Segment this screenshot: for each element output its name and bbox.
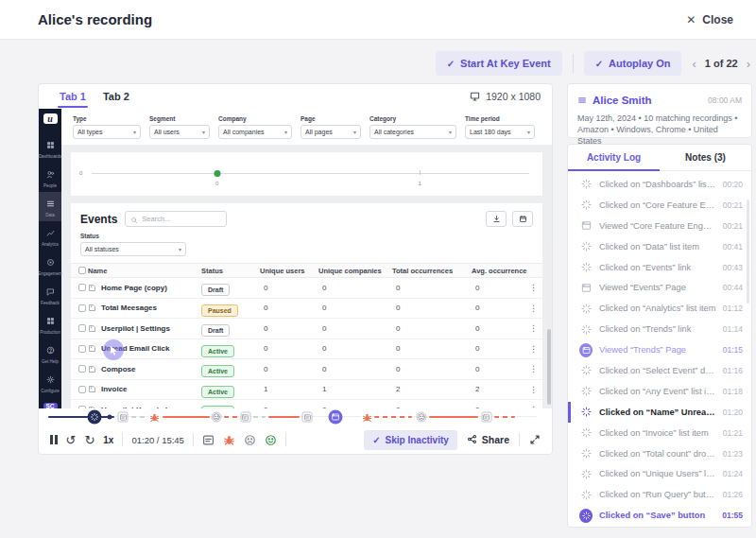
events-search[interactable] [125, 211, 227, 227]
filter-select[interactable]: All pages▾ [301, 125, 361, 139]
sidebar-item-feedback[interactable]: Feedback [39, 280, 61, 309]
table-row[interactable]: ComposeActive0000⋮ [71, 359, 542, 380]
activity-log-item[interactable]: Clicked on “Unique Users” list item01:24 [568, 463, 751, 484]
session-user-name[interactable]: Alice Smith [593, 95, 652, 106]
calendar-button[interactable] [512, 211, 533, 227]
add-note-button[interactable] [202, 434, 215, 446]
activity-log-item[interactable]: Clicked on “Trends” link01:14 [568, 319, 751, 339]
sad-reaction-button[interactable] [244, 434, 256, 446]
activity-log-item[interactable]: Viewed “Events” Page00:44 [568, 277, 751, 298]
share-button[interactable]: Share [467, 434, 509, 446]
autoplay-toggle-button[interactable]: ✓ Autoplay On [584, 51, 682, 76]
app-scrollbar[interactable] [547, 241, 551, 405]
sidebar-item-data[interactable]: Data [39, 192, 61, 221]
tab-notes[interactable]: Notes (3) [660, 145, 751, 170]
activity-log-item[interactable]: Viewed “Trends” Page01:15 [568, 339, 751, 360]
filter-select[interactable]: All users▾ [149, 125, 210, 139]
row-checkbox[interactable] [78, 284, 86, 291]
tab-activity-log[interactable]: Activity Log [568, 145, 660, 170]
timeline-bug-marker[interactable] [148, 411, 160, 423]
row-menu-button[interactable]: ⋮ [529, 323, 542, 333]
table-row[interactable]: Total MeesagesPaused0000⋮ [71, 299, 542, 320]
status-filter-select[interactable]: All statuses ▾ [80, 242, 186, 256]
activity-log-item[interactable]: Clicked on “Name” Unread Email C…01:20 [568, 402, 751, 423]
forward-10-button[interactable]: ↻ [84, 434, 94, 446]
timeline-dot-marker[interactable] [108, 415, 112, 420]
sidebar-item-analytics[interactable]: Analytics [39, 221, 61, 251]
activity-log-item[interactable]: Clicked on “Total count” dropdown01:23 [568, 443, 751, 464]
event-metric: 0 [318, 284, 392, 292]
activity-log-item[interactable]: Clicked on “Core Feature Engagem…00:21 [568, 195, 751, 216]
sidebar-item-people[interactable]: People [39, 163, 61, 192]
activity-log-item[interactable]: Clicked on “Events” link00:43 [568, 257, 751, 278]
happy-reaction-button[interactable] [265, 434, 277, 446]
timeline-current-marker[interactable] [328, 410, 342, 425]
tag-icon [88, 344, 96, 353]
row-checkbox[interactable] [78, 304, 86, 312]
timeline-note-marker[interactable] [240, 412, 250, 423]
timeline-neutral-face-marker[interactable] [211, 412, 221, 423]
rewind-10-button[interactable]: ↺ [66, 434, 77, 446]
sidebar-item-dashboards[interactable]: Dashboards [39, 133, 61, 163]
timeline-sad-face-marker[interactable] [416, 412, 426, 423]
table-row[interactable]: Home Page (copy)Draft0000⋮ [71, 278, 542, 299]
timeline-note-marker[interactable] [481, 412, 491, 423]
activity-log-item[interactable]: Clicked on “Dashboards” list item00:20 [568, 174, 751, 195]
row-checkbox[interactable] [78, 324, 86, 332]
sidebar-item-configure[interactable]: Configure [39, 368, 61, 397]
row-checkbox[interactable] [78, 365, 86, 373]
table-row[interactable]: InvoiceActive1122⋮ [71, 380, 542, 401]
activity-text: Clicked on “Analytics” list item [599, 304, 716, 313]
download-button[interactable] [486, 211, 507, 227]
filter-select[interactable]: All categories▾ [369, 125, 456, 139]
chevron-right-icon[interactable]: › [747, 57, 750, 71]
row-checkbox[interactable] [78, 345, 86, 353]
click-icon [579, 509, 593, 523]
activity-log-item[interactable]: Clicked on “Save” button01:55 [568, 505, 751, 526]
table-row[interactable]: Userpilot | SettingsDraft0000⋮ [71, 319, 542, 339]
close-button[interactable]: ✕ Close [686, 13, 733, 26]
events-search-input[interactable] [142, 215, 217, 223]
fullscreen-button[interactable] [529, 434, 541, 445]
row-menu-button[interactable]: ⋮ [529, 344, 542, 354]
filter-select[interactable]: All types▾ [73, 125, 141, 139]
playback-timeline[interactable] [39, 408, 552, 425]
row-menu-button[interactable]: ⋮ [529, 385, 542, 394]
filter-select[interactable]: All companies▾ [218, 125, 292, 139]
activity-log-item[interactable]: Clicked on “Analytics” list item01:12 [568, 298, 751, 319]
select-all-checkbox[interactable] [78, 267, 86, 274]
activity-log-item[interactable]: Clicked on “Data” list item00:41 [568, 236, 751, 257]
table-row[interactable]: Unread Email ClickActive0000⋮ [71, 339, 542, 360]
sidebar-item-get-help[interactable]: Get Help [39, 338, 61, 368]
analytics-icon [46, 224, 55, 241]
tab-2[interactable]: Tab 2 [101, 85, 131, 108]
activity-timestamp: 01:16 [723, 366, 743, 375]
timeline-bug-marker[interactable] [361, 411, 372, 423]
skip-inactivity-toggle[interactable]: ✓ Skip Inactivity [364, 430, 457, 450]
report-bug-button[interactable] [223, 434, 235, 446]
playback-speed-button[interactable]: 1x [103, 435, 113, 445]
sidebar-item-label: Get Help [42, 359, 59, 364]
sidebar-item-production[interactable]: Production [39, 309, 61, 338]
start-at-key-event-button[interactable]: ✓ Start At Key Event [436, 51, 562, 76]
activity-log-item[interactable]: Clicked on “Any Event” list item01:18 [568, 381, 751, 402]
tab-1[interactable]: Tab 1 [58, 85, 88, 108]
activity-scrollbar[interactable] [747, 200, 749, 304]
timeline-click-marker[interactable] [88, 410, 102, 425]
filter-select[interactable]: Last 180 days▾ [465, 125, 535, 139]
row-menu-button[interactable]: ⋮ [529, 364, 542, 373]
sidebar-item-engagement[interactable]: Engagement [39, 251, 61, 280]
pause-button[interactable] [50, 435, 58, 444]
activity-log-item[interactable]: Viewed “Core Feature Engagment”00:21 [568, 216, 751, 236]
activity-log-item[interactable]: Clicked on “Invoice” list item01:21 [568, 423, 751, 443]
row-checkbox[interactable] [78, 386, 86, 393]
activity-log-item[interactable]: Clicked on “Run Query” button01:26 [568, 484, 751, 505]
table-row[interactable]: Userpilot Knowledge ...Active0000⋮ [71, 400, 542, 408]
chevron-left-icon[interactable]: ‹ [692, 57, 696, 71]
row-menu-button[interactable]: ⋮ [529, 283, 542, 292]
timeline-note-marker[interactable] [302, 412, 313, 423]
row-menu-button[interactable]: ⋮ [529, 304, 542, 313]
activity-log-item[interactable]: Clicked on “Select Event” dropdown01:16 [568, 360, 751, 381]
activity-text: Viewed “Trends” Page [599, 345, 716, 355]
timeline-note-marker[interactable] [118, 412, 129, 423]
